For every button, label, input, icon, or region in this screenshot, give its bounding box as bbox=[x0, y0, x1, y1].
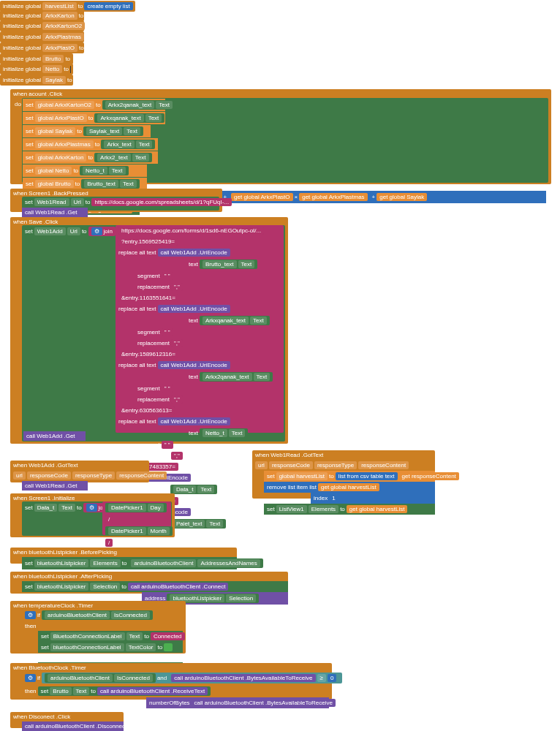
gear-icon[interactable]: ⚙ bbox=[25, 611, 36, 619]
join-body[interactable]: DatePicker1Day / DatePicker1Month / Date… bbox=[102, 501, 171, 535]
gear-icon[interactable]: ⚙ bbox=[86, 504, 97, 512]
set-url[interactable]: setWeb1ReadUrltohttps://docs.google.com/… bbox=[22, 197, 219, 208]
set-row[interactable]: setglobal ArkxKartontoArkx2_textText bbox=[23, 151, 158, 164]
init-ArkxPlastmas[interactable]: initialize globalArkxPlastmasto bbox=[0, 31, 84, 42]
do-body[interactable]: setWeb1ReadUrltohttps://docs.google.com/… bbox=[22, 197, 219, 211]
gear-icon[interactable]: ⚙ bbox=[91, 227, 102, 235]
set-row[interactable]: setglobal SaylaktoSaylak_textText bbox=[23, 125, 151, 137]
call-disconnect[interactable]: call arduinoBluetoothClient .Disconnect bbox=[22, 721, 124, 731]
call-web1add-get[interactable]: call Web1Add .Get bbox=[23, 431, 86, 441]
event-title: when acount .Click bbox=[13, 91, 62, 97]
do-body[interactable]: setglobal ArkxKartonO2toArkx2qanak_textT… bbox=[22, 98, 548, 183]
when-disconnect-click[interactable]: when Disconect .Click call arduinoBlueto… bbox=[10, 712, 124, 728]
when-backpressed[interactable]: when Screen1 .BackPressed setWeb1ReadUrl… bbox=[10, 189, 222, 212]
set-harvestlist[interactable]: setglobal harvestListtolist from csv tab… bbox=[264, 471, 435, 482]
do-body[interactable]: setData_tTextto⚙join DatePicker1Day / Da… bbox=[22, 501, 172, 536]
color-green[interactable] bbox=[164, 643, 173, 651]
set-brutto-text[interactable]: setBruttoTexttocall arduinoBluetoothClie… bbox=[38, 686, 211, 696]
set-row[interactable]: setglobal ArkxPlastOtoArkxqanak_textText bbox=[23, 112, 165, 124]
set-row[interactable]: setglobal NettotoNetto_tText bbox=[23, 164, 147, 177]
set-elements[interactable]: setbluetoothListpickerElementstoarduinoB… bbox=[22, 557, 237, 569]
init-ArkxKarton[interactable]: initialize globalArkxKartonto bbox=[0, 10, 84, 21]
when-screen1-initialize[interactable]: when Screen1 .Initialize setData_tTextto… bbox=[10, 493, 175, 537]
label: initialize global bbox=[3, 3, 41, 10]
when-btclock-timer[interactable]: when BluetoothClock .Timer ⚙if arduinoBl… bbox=[10, 663, 332, 700]
if-block[interactable]: ⚙ifarduinoBluetoothClientIsConnected the… bbox=[22, 609, 183, 651]
when-tempclock-timer[interactable]: when temperatureClock .Timer ⚙ifarduinoB… bbox=[10, 601, 186, 654]
remove-list-item[interactable]: remove list item listget global harvestL… bbox=[264, 482, 435, 493]
call-web1read-get[interactable]: call Web1Read .Get bbox=[22, 481, 88, 491]
if-block[interactable]: ⚙if arduinoBluetoothClientIsConnectedand… bbox=[22, 671, 329, 697]
set-row[interactable]: setglobal ArkxKartonO2toArkx2qanak_textT… bbox=[23, 99, 165, 111]
call-get[interactable]: call Web1Read .Get bbox=[22, 208, 88, 217]
when-web1read-gottext[interactable]: when Web1Read .GotText urlresponseCodere… bbox=[252, 450, 435, 499]
number-socket[interactable] bbox=[428, 193, 439, 201]
set-selection[interactable]: setbluetoothListpickerSelectiontocall ar… bbox=[22, 581, 288, 592]
init-Netto[interactable]: initialize globalNettoto bbox=[0, 64, 73, 75]
init-Saylak[interactable]: initialize globalSaylakto bbox=[0, 75, 73, 86]
gear-icon[interactable]: ⚙ bbox=[25, 674, 36, 682]
value[interactable]: create empty list bbox=[84, 2, 132, 10]
entry[interactable]: ?entry.1569525419= bbox=[118, 238, 178, 246]
when-web1add-gottext[interactable]: when Web1Add .GotText urlresponseCoderes… bbox=[10, 461, 149, 482]
set-listview-elements[interactable]: setListView1Elementstoget global harvest… bbox=[264, 504, 435, 515]
init-ArkxPlastO[interactable]: initialize globalArkxPlastOto bbox=[0, 42, 84, 53]
join-body[interactable]: https://docs.google.com/forms/d/1sd6-nEG… bbox=[116, 225, 284, 433]
url-string[interactable]: https://docs.google.com/spreadsheets/d/1… bbox=[91, 198, 232, 206]
init-Brutto[interactable]: initialize globalBruttoto bbox=[0, 53, 73, 64]
set-row[interactable]: setglobal ArkxPlastmastoArkx_textText bbox=[23, 138, 158, 151]
init-ArkxKartonO2[interactable]: initialize globalArkxKartonO2to bbox=[0, 20, 84, 31]
when-save-click[interactable]: when Save .Click setWeb1AddUrlto ⚙join h… bbox=[10, 217, 288, 444]
form-url[interactable]: https://docs.google.com/forms/d/1sd6-nEG… bbox=[118, 227, 264, 235]
when-acount-click[interactable]: when acount .Click do setglobal ArkxKart… bbox=[10, 89, 551, 184]
do-body[interactable]: setWeb1AddUrlto ⚙join https://docs.googl… bbox=[22, 225, 285, 442]
when-beforepicking[interactable]: when bluetoothListpicker .BeforePicking … bbox=[10, 548, 237, 564]
varname[interactable]: harvestList bbox=[42, 2, 77, 10]
when-afterpicking[interactable]: when bluetoothListpicker .AfterPicking s… bbox=[10, 572, 288, 594]
